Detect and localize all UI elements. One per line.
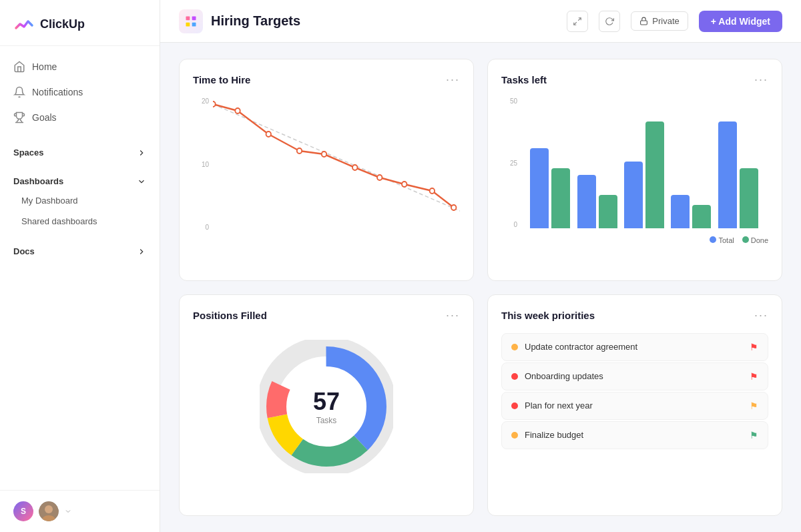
bar-done-3 <box>645 121 664 228</box>
sidebar-item-goals[interactable]: Goals <box>0 105 160 130</box>
sidebar-docs-section[interactable]: Docs <box>0 237 160 260</box>
priority-item-2: Onboarding updates ⚑ <box>501 362 768 390</box>
sidebar-item-home-label: Home <box>32 61 57 72</box>
sidebar-item-home[interactable]: Home <box>0 54 160 79</box>
svg-rect-6 <box>192 22 196 26</box>
trophy-icon <box>13 111 25 123</box>
positions-filled-card: Positions Filled ··· <box>179 294 474 517</box>
svg-point-18 <box>402 182 407 187</box>
bar-group-3 <box>624 121 664 228</box>
sidebar-item-goals-label: Goals <box>32 112 57 123</box>
logo-text: ClickUp <box>40 17 85 31</box>
svg-rect-4 <box>192 16 196 20</box>
sidebar-spaces-section[interactable]: Spaces <box>0 138 160 162</box>
flag-icon-2: ⚑ <box>750 371 758 382</box>
svg-point-1 <box>45 505 53 513</box>
time-to-hire-header: Time to Hire ··· <box>193 73 460 87</box>
priority-label-2: Onboarding updates <box>525 371 603 381</box>
svg-point-15 <box>322 152 326 157</box>
flag-icon-3: ⚑ <box>750 401 758 411</box>
topbar-right: Private + Add Widget <box>567 11 782 32</box>
bar-group-4 <box>671 195 711 228</box>
dashboards-label: Dashboards <box>13 176 63 186</box>
svg-point-20 <box>451 205 456 210</box>
svg-point-13 <box>266 131 271 137</box>
svg-rect-9 <box>641 21 647 25</box>
bar-done-4 <box>692 205 711 228</box>
sidebar-item-my-dashboard[interactable]: My Dashboard <box>0 190 160 211</box>
topbar-left: Hiring Targets <box>179 9 300 33</box>
sidebar-nav: Home Notifications Goals Spaces Dashboar… <box>0 46 160 490</box>
priority-label-3: Plan for next year <box>525 401 593 411</box>
tasks-left-title: Tasks left <box>501 74 547 85</box>
priorities-card: This week priorities ··· Update contract… <box>487 294 782 517</box>
tasks-left-chart: 50 25 0 <box>501 97 768 244</box>
bar-total-4 <box>671 195 690 228</box>
positions-filled-title: Positions Filled <box>193 310 267 321</box>
dashboard-grid: Time to Hire ··· 20 10 0 <box>160 43 801 532</box>
bar-legend: Total Done <box>710 236 768 244</box>
main-content: Hiring Targets Private + Add Widget Time… <box>160 0 801 532</box>
home-icon <box>13 61 25 73</box>
grid-icon <box>184 15 198 28</box>
time-to-hire-yaxis: 20 10 0 <box>193 97 213 231</box>
shared-dashboards-label: Shared dashboards <box>21 216 97 226</box>
flag-icon-1: ⚑ <box>750 342 758 352</box>
time-to-hire-chart: 20 10 0 <box>193 97 460 231</box>
svg-rect-5 <box>186 22 190 26</box>
svg-point-17 <box>377 175 382 180</box>
tasks-left-header: Tasks left ··· <box>501 73 768 87</box>
refresh-button[interactable] <box>599 11 620 32</box>
priorities-menu[interactable]: ··· <box>754 308 768 322</box>
svg-rect-3 <box>186 16 190 20</box>
tasks-left-card: Tasks left ··· 50 25 0 <box>487 59 782 281</box>
flag-icon-4: ⚑ <box>750 430 758 441</box>
svg-point-16 <box>352 165 357 170</box>
priority-item-4: Finalize budget ⚑ <box>501 421 768 449</box>
sidebar-item-notifications-label: Notifications <box>32 87 83 97</box>
time-to-hire-plot <box>213 97 460 218</box>
priority-list: Update contractor agreement ⚑ Onboarding… <box>501 333 768 449</box>
clickup-logo-icon <box>13 13 35 35</box>
priorities-header: This week priorities ··· <box>501 308 768 322</box>
donut-count: 57 <box>313 388 340 416</box>
time-to-hire-card: Time to Hire ··· 20 10 0 <box>179 59 474 281</box>
priority-item-1: Update contractor agreement ⚑ <box>501 333 768 361</box>
sidebar-dashboards-section[interactable]: Dashboards <box>0 167 160 190</box>
svg-point-12 <box>235 108 240 113</box>
donut-sub: Tasks <box>313 416 340 425</box>
svg-point-19 <box>430 188 435 194</box>
sidebar-item-notifications[interactable]: Notifications <box>0 79 160 105</box>
sidebar-footer: S <box>0 490 160 532</box>
priority-label-1: Update contractor agreement <box>525 342 637 352</box>
time-to-hire-menu[interactable]: ··· <box>446 73 460 87</box>
legend-total-label: Total <box>718 236 734 244</box>
private-badge[interactable]: Private <box>631 11 688 31</box>
donut-chart: 57 Tasks <box>193 333 460 480</box>
dashboard-icon <box>179 9 203 33</box>
chevron-down-user-icon <box>64 507 72 515</box>
legend-total-dot <box>710 236 716 243</box>
bell-icon <box>13 86 25 98</box>
refresh-icon <box>605 17 614 26</box>
add-widget-button[interactable]: + Add Widget <box>699 11 782 32</box>
positions-filled-menu[interactable]: ··· <box>446 308 460 322</box>
priority-label-4: Finalize budget <box>525 430 583 440</box>
bar-total-1 <box>530 148 549 228</box>
donut-label: 57 Tasks <box>313 388 340 425</box>
sidebar-item-shared-dashboards[interactable]: Shared dashboards <box>0 211 160 232</box>
expand-button[interactable] <box>567 11 588 32</box>
priority-dot-3 <box>511 403 518 409</box>
docs-label: Docs <box>13 246 35 256</box>
bar-done-5 <box>740 168 758 228</box>
avatar-initial[interactable]: S <box>13 501 33 521</box>
priority-item-3: Plan for next year ⚑ <box>501 392 768 420</box>
chevron-right-icon <box>137 148 146 158</box>
logo-area: ClickUp <box>0 0 160 46</box>
priority-dot-2 <box>511 373 518 380</box>
topbar: Hiring Targets Private + Add Widget <box>160 0 801 43</box>
bar-done-2 <box>599 195 617 228</box>
sidebar: ClickUp Home Notifications Goals Spaces … <box>0 0 160 532</box>
tasks-left-menu[interactable]: ··· <box>754 73 768 87</box>
tasks-left-yaxis: 50 25 0 <box>501 97 520 228</box>
